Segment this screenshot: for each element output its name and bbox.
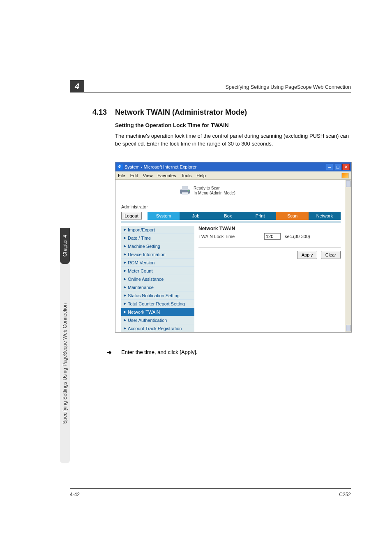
footer-rule xyxy=(70,488,351,489)
status-line-2: In Menu (Admin Mode) xyxy=(194,191,235,196)
nav-machine-setting[interactable]: Machine Setting xyxy=(121,242,194,250)
body-paragraph: The machine's operation lock time of the… xyxy=(115,132,351,148)
primary-tabs: System Job Box Print Scan Network xyxy=(148,212,341,220)
left-nav: Import/Export Date / Time Machine Settin… xyxy=(121,226,194,332)
section-heading: Network TWAIN (Administrator Mode) xyxy=(115,108,247,116)
nav-rom-version[interactable]: ROM Version xyxy=(121,259,194,267)
window-title: System - Microsoft Internet Explorer xyxy=(125,164,196,169)
step-text: Enter the time, and click [Apply]. xyxy=(121,349,198,355)
menu-help[interactable]: Help xyxy=(196,173,206,178)
step-arrow-icon: ➜ xyxy=(107,349,112,356)
role-label: Administrator xyxy=(121,204,148,209)
svg-rect-1 xyxy=(182,186,188,190)
chapter-rule xyxy=(84,92,351,92)
footer-page-number: 4-42 xyxy=(70,492,80,497)
menu-tools[interactable]: Tools xyxy=(181,173,192,178)
nav-total-counter-report-setting[interactable]: Total Counter Report Setting xyxy=(121,300,194,308)
menu-edit[interactable]: Edit xyxy=(130,173,138,178)
ie-icon xyxy=(117,164,123,170)
nav-maintenance[interactable]: Maintenance xyxy=(121,283,194,291)
nav-status-notification-setting[interactable]: Status Notification Setting xyxy=(121,291,194,300)
main-pane-title: Network TWAIN xyxy=(198,226,341,231)
tab-job[interactable]: Job xyxy=(180,212,212,220)
logout-button[interactable]: Logout xyxy=(121,212,142,220)
twain-lock-time-unit: sec.(30-300) xyxy=(285,234,310,239)
scrollbar[interactable] xyxy=(345,180,351,332)
section-title: 4.13 Network TWAIN (Administrator Mode) xyxy=(92,108,247,117)
clear-button[interactable]: Clear xyxy=(321,251,341,259)
tab-print[interactable]: Print xyxy=(244,212,276,220)
nav-online-assistance[interactable]: Online Assistance xyxy=(121,275,194,283)
ie-menubar: File Edit View Favorites Tools Help xyxy=(115,171,351,180)
window-close-button[interactable]: ✕ xyxy=(342,164,350,170)
menu-view[interactable]: View xyxy=(143,173,153,178)
window-titlebar: System - Microsoft Internet Explorer – □… xyxy=(115,162,351,171)
subsection-title: Setting the Operation Lock Time for TWAI… xyxy=(115,122,229,128)
main-pane: Network TWAIN TWAIN Lock Time sec.(30-30… xyxy=(198,226,341,259)
nav-device-information[interactable]: Device Information xyxy=(121,250,194,259)
tab-underline xyxy=(121,222,341,222)
chapter-tab: 4 xyxy=(70,80,84,92)
page-content: Ready to Scan In Menu (Admin Mode) Admin… xyxy=(115,180,351,332)
running-header: Specifying Settings Using PageScope Web … xyxy=(225,84,351,90)
window-minimize-button[interactable]: – xyxy=(326,164,333,170)
tab-network[interactable]: Network xyxy=(309,212,341,220)
window-maximize-button[interactable]: □ xyxy=(334,164,341,170)
menu-favorites[interactable]: Favorites xyxy=(157,173,176,178)
tab-scan[interactable]: Scan xyxy=(276,212,308,220)
side-tab-section: Specifying Settings Using PageScope Web … xyxy=(60,264,70,463)
side-tab-chapter: Chapter 4 xyxy=(60,228,70,264)
screenshot: System - Microsoft Internet Explorer – □… xyxy=(115,162,352,333)
tab-system[interactable]: System xyxy=(148,212,180,220)
nav-user-authentication[interactable]: User Authentication xyxy=(121,316,194,324)
footer-model: C252 xyxy=(339,492,351,497)
nav-meter-count[interactable]: Meter Count xyxy=(121,267,194,275)
tab-box[interactable]: Box xyxy=(212,212,244,220)
svg-point-3 xyxy=(188,190,189,192)
menu-file[interactable]: File xyxy=(118,173,125,178)
nav-import-export[interactable]: Import/Export xyxy=(121,226,194,234)
section-number: 4.13 xyxy=(92,108,107,116)
twain-lock-time-label: TWAIN Lock Time xyxy=(198,234,260,239)
apply-button[interactable]: Apply xyxy=(297,251,318,259)
status-line-1: Ready to Scan xyxy=(194,186,235,191)
printer-icon xyxy=(179,185,191,196)
nav-date-time[interactable]: Date / Time xyxy=(121,234,194,242)
svg-rect-2 xyxy=(182,192,188,195)
nav-account-track-registration[interactable]: Account Track Registration xyxy=(121,324,194,332)
nav-network-twain[interactable]: Network TWAIN xyxy=(121,308,194,316)
separator xyxy=(198,247,341,247)
twain-lock-time-input[interactable] xyxy=(264,233,281,240)
ie-throbber-icon xyxy=(341,173,349,178)
